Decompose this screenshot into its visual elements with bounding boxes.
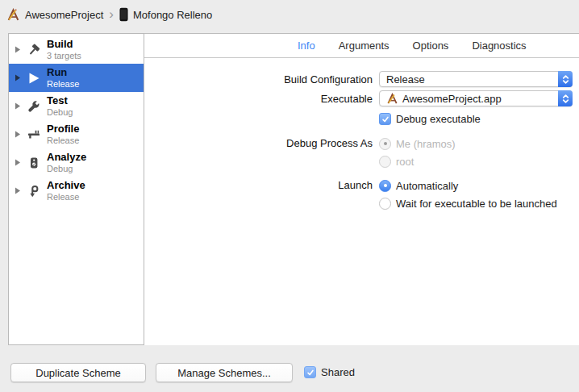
tab-arguments[interactable]: Arguments xyxy=(339,40,389,52)
popup-stepper-icon xyxy=(558,71,573,87)
wrench-icon xyxy=(27,100,41,113)
play-icon xyxy=(27,72,41,85)
manage-schemes-button[interactable]: Manage Schemes... xyxy=(156,363,293,382)
launch-label: Launch xyxy=(144,177,373,191)
breadcrumb-destination[interactable]: Mofongo Relleno xyxy=(119,7,212,22)
breadcrumb-destination-label: Mofongo Relleno xyxy=(133,9,212,21)
root-radio-label: root xyxy=(396,156,414,168)
breadcrumb-separator-icon: › xyxy=(107,7,115,23)
debug-process-as-label: Debug Process As xyxy=(144,135,373,149)
shared-checkbox-label: Shared xyxy=(321,366,355,378)
sidebar-item-title: Analyze xyxy=(47,152,86,164)
sidebar-item-subtitle: Release xyxy=(47,192,85,202)
tab-info[interactable]: Info xyxy=(298,40,315,52)
disclosure-triangle-icon[interactable] xyxy=(9,159,27,166)
form-row-debug-executable: Debug executable xyxy=(379,113,579,125)
sidebar-item-subtitle: Release xyxy=(47,136,79,146)
executable-popup[interactable]: AwesomeProject.app xyxy=(379,90,573,106)
sidebar-item-title: Profile xyxy=(47,123,79,136)
sidebar-item-title: Build xyxy=(47,39,81,51)
iphone-icon xyxy=(119,7,128,22)
sidebar-item-title: Archive xyxy=(47,180,85,192)
footer-bar: Duplicate Scheme Manage Schemes... Share… xyxy=(0,345,579,392)
radio-option-me[interactable]: Me (hramos) xyxy=(379,135,456,152)
build-configuration-popup[interactable]: Release xyxy=(379,71,573,87)
sidebar-item-subtitle: 3 targets xyxy=(47,51,81,61)
sidebar-item-subtitle: Debug xyxy=(47,107,73,118)
executable-label: Executable xyxy=(144,93,373,105)
wait-for-executable-radio[interactable] xyxy=(379,198,391,210)
popup-selected-value: AwesomeProject.app xyxy=(402,93,502,105)
breadcrumb: AwesomeProject › Mofongo Relleno xyxy=(6,3,212,26)
content-panel: Info Arguments Options Diagnostics Build… xyxy=(144,33,579,345)
disclosure-triangle-icon[interactable] xyxy=(9,102,27,110)
archive-icon xyxy=(27,185,41,198)
form-row-debug-process-as: Debug Process As Me (hramos) root xyxy=(144,135,579,170)
sidebar-item-build[interactable]: Build 3 targets xyxy=(9,35,144,64)
automatically-radio[interactable] xyxy=(379,180,391,192)
xcode-app-icon xyxy=(386,93,398,105)
wait-for-executable-radio-label: Wait for executable to be launched xyxy=(396,198,557,210)
sidebar-item-subtitle: Release xyxy=(47,79,79,90)
debug-executable-checkbox[interactable] xyxy=(379,113,391,125)
scheme-actions-sidebar: Build 3 targets Run Release Test Debug xyxy=(8,33,144,345)
shared-checkbox-row: Shared xyxy=(304,366,355,378)
radio-option-automatically[interactable]: Automatically xyxy=(379,177,557,194)
sidebar-item-title: Run xyxy=(47,67,79,79)
disclosure-triangle-icon[interactable] xyxy=(9,74,27,81)
form-row-executable: Executable AwesomeProject.app xyxy=(144,90,579,106)
breadcrumb-project[interactable]: AwesomeProject xyxy=(6,8,103,22)
build-configuration-label: Build Configuration xyxy=(144,73,373,85)
sidebar-item-archive[interactable]: Archive Release xyxy=(9,177,144,205)
breadcrumb-project-label: AwesomeProject xyxy=(25,9,103,21)
sidebar-item-title: Test xyxy=(47,95,73,107)
sidebar-item-subtitle: Debug xyxy=(47,164,86,174)
form-row-launch: Launch Automatically Wait for executable… xyxy=(144,177,579,212)
duplicate-scheme-button[interactable]: Duplicate Scheme xyxy=(10,363,146,382)
popup-stepper-icon xyxy=(558,90,573,106)
info-form: Build Configuration Release Executable xyxy=(144,58,579,212)
sidebar-item-analyze[interactable]: Analyze Debug xyxy=(9,148,144,177)
hammer-icon xyxy=(27,44,41,56)
radio-option-root[interactable]: root xyxy=(379,152,456,170)
disclosure-triangle-icon[interactable] xyxy=(9,131,27,138)
form-row-build-configuration: Build Configuration Release xyxy=(144,71,579,87)
xcode-project-icon xyxy=(6,8,20,22)
tab-options[interactable]: Options xyxy=(413,40,449,52)
sidebar-item-profile[interactable]: Profile Release xyxy=(9,120,144,148)
disclosure-triangle-icon[interactable] xyxy=(9,187,27,194)
me-radio[interactable] xyxy=(379,138,391,150)
radio-option-wait[interactable]: Wait for executable to be launched xyxy=(379,194,557,212)
disclosure-triangle-icon[interactable] xyxy=(9,46,27,53)
debug-executable-label: Debug executable xyxy=(396,113,481,125)
root-radio[interactable] xyxy=(379,156,391,168)
tab-diagnostics[interactable]: Diagnostics xyxy=(472,40,526,52)
sidebar-item-run[interactable]: Run Release xyxy=(9,64,144,92)
me-radio-label: Me (hramos) xyxy=(396,138,456,150)
automatically-radio-label: Automatically xyxy=(396,180,458,192)
tab-bar: Info Arguments Options Diagnostics xyxy=(144,34,579,58)
analyzer-icon xyxy=(27,156,41,169)
shared-checkbox[interactable] xyxy=(304,366,316,378)
caliper-icon xyxy=(27,128,41,141)
popup-selected-value: Release xyxy=(386,73,572,85)
sidebar-item-test[interactable]: Test Debug xyxy=(9,92,144,120)
